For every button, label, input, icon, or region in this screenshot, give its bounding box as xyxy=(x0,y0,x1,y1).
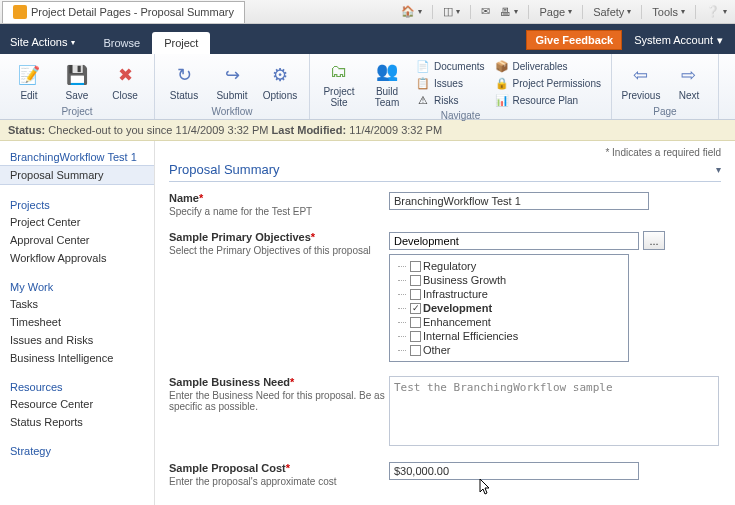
checkbox-icon[interactable] xyxy=(410,317,421,328)
main-area: BranchingWorkflow Test 1 Proposal Summar… xyxy=(0,141,735,505)
section-title-text: Proposal Summary xyxy=(169,162,280,177)
system-account-label: System Account xyxy=(634,34,713,46)
ribbon-header: Site Actions ▾ Browse Project Give Feedb… xyxy=(0,24,735,54)
submit-button[interactable]: ↪Submit xyxy=(211,58,253,104)
give-feedback-button[interactable]: Give Feedback xyxy=(526,30,622,50)
issues-button[interactable]: 📋Issues xyxy=(414,75,487,91)
tree-item-selected[interactable]: ✓Development xyxy=(392,301,626,315)
mouse-cursor-icon xyxy=(479,478,493,496)
deliverables-icon: 📦 xyxy=(495,59,509,73)
objectives-input[interactable] xyxy=(389,232,639,250)
nav-heading-resources[interactable]: Resources xyxy=(0,377,154,395)
risks-icon: ⚠ xyxy=(416,93,430,107)
nav-item-timesheet[interactable]: Timesheet xyxy=(0,313,154,331)
edit-button[interactable]: 📝Edit xyxy=(8,58,50,104)
required-star: * xyxy=(286,462,290,474)
content-area: * Indicates a required field Proposal Su… xyxy=(155,141,735,505)
tree-item[interactable]: Enhancement xyxy=(392,315,626,329)
ribbon-group-workflow: ↻Status ↪Submit ⚙Options Workflow xyxy=(155,54,310,119)
edit-icon: 📝 xyxy=(16,62,42,88)
name-desc: Specify a name for the Test EPT xyxy=(169,206,389,217)
site-actions-menu[interactable]: Site Actions ▾ xyxy=(0,36,85,54)
checkbox-icon[interactable] xyxy=(410,331,421,342)
nav-item-approval-center[interactable]: Approval Center xyxy=(0,231,154,249)
resource-plan-button[interactable]: 📊Resource Plan xyxy=(493,92,603,108)
nav-heading-mywork[interactable]: My Work xyxy=(0,277,154,295)
feed-icon[interactable]: ◫▾ xyxy=(443,5,460,18)
documents-button[interactable]: 📄Documents xyxy=(414,58,487,74)
checkbox-icon[interactable] xyxy=(410,289,421,300)
mail-icon[interactable]: ✉ xyxy=(481,5,490,18)
name-input[interactable] xyxy=(389,192,649,210)
objectives-desc: Select the Primary Objectives of this pr… xyxy=(169,245,389,256)
risks-button[interactable]: ⚠Risks xyxy=(414,92,487,108)
section-collapse-icon[interactable]: ▾ xyxy=(716,164,721,175)
field-proposal-cost: Sample Proposal Cost* Enter the proposal… xyxy=(169,462,721,487)
ribbon-tabs: Browse Project xyxy=(91,32,210,54)
tree-item[interactable]: Internal Efficiencies xyxy=(392,329,626,343)
business-need-textarea[interactable]: Test the BranchingWorkflow sample xyxy=(389,376,719,446)
checkbox-checked-icon[interactable]: ✓ xyxy=(410,303,421,314)
nav-item-issues-risks[interactable]: Issues and Risks xyxy=(0,331,154,349)
nav-current-page[interactable]: Proposal Summary xyxy=(0,165,154,185)
previous-button[interactable]: ⇦Previous xyxy=(620,58,662,104)
project-site-button[interactable]: 🗂Project Site xyxy=(318,58,360,108)
section-title: Proposal Summary ▾ xyxy=(169,158,721,182)
browser-toolbar: 🏠▾ ◫▾ ✉ 🖶▾ Page▾ Safety▾ Tools▾ ❔▾ xyxy=(401,5,735,19)
checkbox-icon[interactable] xyxy=(410,275,421,286)
save-button[interactable]: 💾Save xyxy=(56,58,98,104)
ribbon-group-page: ⇦Previous ⇨Next Page xyxy=(612,54,719,119)
close-button[interactable]: ✖Close xyxy=(104,58,146,104)
status-prefix: Status: xyxy=(8,124,48,136)
nav-current-project[interactable]: BranchingWorkflow Test 1 xyxy=(0,147,154,165)
next-button[interactable]: ⇨Next xyxy=(668,58,710,104)
browser-tab[interactable]: Project Detail Pages - Proposal Summary xyxy=(2,1,245,23)
nav-item-bi[interactable]: Business Intelligence xyxy=(0,349,154,367)
build-team-button[interactable]: 👥Build Team xyxy=(366,58,408,108)
home-icon[interactable]: 🏠▾ xyxy=(401,5,422,18)
nav-item-status-reports[interactable]: Status Reports xyxy=(0,413,154,431)
checkbox-icon[interactable] xyxy=(410,345,421,356)
required-star: * xyxy=(311,231,315,243)
nav-heading-projects[interactable]: Projects xyxy=(0,195,154,213)
issues-icon: 📋 xyxy=(416,76,430,90)
help-icon[interactable]: ❔▾ xyxy=(706,5,727,18)
field-name: Name* Specify a name for the Test EPT xyxy=(169,192,721,217)
ribbon: 📝Edit 💾Save ✖Close Project ↻Status ↪Subm… xyxy=(0,54,735,120)
tree-item[interactable]: Regulatory xyxy=(392,259,626,273)
checkbox-icon[interactable] xyxy=(410,261,421,272)
previous-icon: ⇦ xyxy=(628,62,654,88)
tree-item[interactable]: Infrastructure xyxy=(392,287,626,301)
status-last-modified-value: 11/4/2009 3:32 PM xyxy=(346,124,442,136)
nav-heading-strategy[interactable]: Strategy xyxy=(0,441,154,459)
tree-item[interactable]: Business Growth xyxy=(392,273,626,287)
tree-item[interactable]: Other xyxy=(392,343,626,357)
status-button[interactable]: ↻Status xyxy=(163,58,205,104)
cost-label: Sample Proposal Cost xyxy=(169,462,286,474)
options-button[interactable]: ⚙Options xyxy=(259,58,301,104)
safety-menu[interactable]: Safety▾ xyxy=(593,6,631,18)
ribbon-group-label: Navigate xyxy=(318,108,603,121)
ribbon-group-label: Project xyxy=(8,104,146,117)
status-bar: Status: Checked-out to you since 11/4/20… xyxy=(0,120,735,141)
page-menu[interactable]: Page▾ xyxy=(539,6,572,18)
nav-item-resource-center[interactable]: Resource Center xyxy=(0,395,154,413)
tools-menu[interactable]: Tools▾ xyxy=(652,6,685,18)
tab-browse[interactable]: Browse xyxy=(91,32,152,54)
tab-project[interactable]: Project xyxy=(152,32,210,54)
next-icon: ⇨ xyxy=(676,62,702,88)
project-permissions-button[interactable]: 🔒Project Permissions xyxy=(493,75,603,91)
required-note: * Indicates a required field xyxy=(169,147,721,158)
site-actions-label: Site Actions xyxy=(10,36,67,48)
field-business-need: Sample Business Need* Enter the Business… xyxy=(169,376,721,448)
print-icon[interactable]: 🖶▾ xyxy=(500,6,518,18)
documents-icon: 📄 xyxy=(416,59,430,73)
ribbon-group-navigate: 🗂Project Site 👥Build Team 📄Documents 📋Is… xyxy=(310,54,612,119)
system-account-menu[interactable]: System Account ▾ xyxy=(634,34,723,47)
nav-item-tasks[interactable]: Tasks xyxy=(0,295,154,313)
nav-item-workflow-approvals[interactable]: Workflow Approvals xyxy=(0,249,154,267)
deliverables-button[interactable]: 📦Deliverables xyxy=(493,58,603,74)
nav-item-project-center[interactable]: Project Center xyxy=(0,213,154,231)
objectives-browse-button[interactable]: ... xyxy=(643,231,665,250)
proposal-cost-input[interactable] xyxy=(389,462,639,480)
